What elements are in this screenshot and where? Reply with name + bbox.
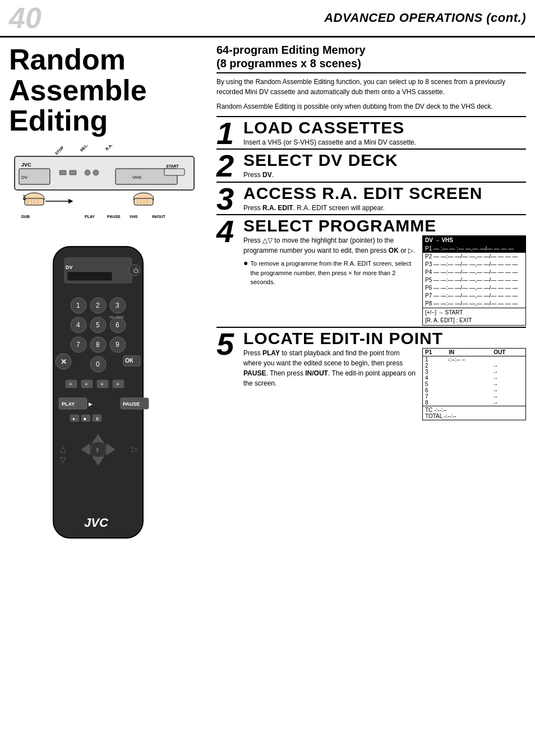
prog-row-p8: P8 — —:— —/— —,— —/— — — — — [423, 300, 525, 308]
bullet-icon: ● — [243, 259, 248, 267]
inout-table: P1 IN OUT 1 -:--:--→ 2 — [422, 348, 526, 420]
inout-col-out: OUT — [491, 349, 525, 356]
svg-rect-11 — [25, 198, 44, 205]
prog-row-p3: P3 — —:— —/— —,— —/— — — — — [423, 261, 525, 268]
inout-row-7: 7 → — [423, 393, 525, 400]
svg-rect-7 — [70, 170, 76, 175]
step-4-bullet-text: To remove a programme from the R.A. EDIT… — [250, 259, 417, 287]
svg-text:6: 6 — [116, 321, 119, 329]
svg-rect-34 — [53, 247, 143, 538]
step-2-content: SELECT DV DECK Press DV. — [243, 152, 526, 180]
step-4-title: SELECT PROGRAMME — [243, 217, 526, 234]
inout-row-3: 3 → — [423, 369, 525, 375]
header-title: ADVANCED OPERATIONS (cont.) — [324, 11, 526, 25]
svg-text:OK: OK — [125, 358, 134, 364]
section-desc-2: Random Assemble Editing is possible only… — [216, 101, 526, 112]
step-1-number: 1 — [216, 119, 238, 147]
svg-text:PLAY: PLAY — [85, 215, 95, 219]
svg-text:1: 1 — [76, 302, 80, 309]
svg-text:IN/OUT: IN/OUT — [152, 215, 165, 219]
step-2-number: 2 — [216, 152, 238, 180]
svg-text:DV: DV — [22, 194, 26, 200]
prog-row-p2: P2 — —:— —/— —,— —/— — — — — [423, 253, 525, 261]
remote-illustration: ⏻ DV 1 2 3 4 5 6 — [25, 241, 182, 551]
svg-text:RECORD: RECORD — [80, 145, 94, 152]
prog-row-p1: P1 — :— — :— —,— —/— — — — — [423, 245, 525, 253]
step-1: 1 LOAD CASSETTES Insert a VHS (or S-VHS)… — [216, 116, 526, 147]
svg-text:+: + — [69, 381, 72, 387]
svg-text:✕: ✕ — [61, 358, 67, 366]
svg-text:△: △ — [60, 444, 66, 453]
step-4: 4 SELECT PROGRAMME Press △▽ to move the … — [216, 214, 526, 326]
prog-table-header: DV → VHS — [423, 236, 525, 245]
svg-text:▽: ▽ — [60, 455, 66, 464]
page-header: 40 ADVANCED OPERATIONS (cont.) — [0, 0, 535, 38]
step-2: 2 SELECT DV DECK Press DV. — [216, 149, 526, 180]
svg-point-8 — [85, 170, 90, 175]
svg-text:PLAY: PLAY — [62, 401, 75, 407]
svg-text:2: 2 — [96, 302, 100, 309]
step-3: 3 ACCESS R.A. EDIT SCREEN Press R.A. EDI… — [216, 182, 526, 213]
step-5-text: Press PLAY to start playback and find th… — [243, 348, 417, 420]
page-number: 40 — [9, 3, 41, 33]
step-4-number: 4 — [216, 217, 238, 245]
step-1-content: LOAD CASSETTES Insert a VHS (or S-VHS) c… — [243, 119, 526, 147]
step-2-title: SELECT DV DECK — [243, 152, 526, 169]
svg-text:+: + — [116, 381, 119, 387]
step-3-content: ACCESS R.A. EDIT SCREEN Press R.A. EDIT.… — [243, 185, 526, 213]
inout-footer: TC -:--:-- TOTAL -:--:-- — [423, 406, 525, 420]
inout-row-1: 1 -:--:--→ — [423, 356, 525, 363]
svg-text:+: + — [85, 381, 88, 387]
step-5-title: LOCATE EDIT-IN POINT — [243, 330, 526, 347]
step-2-desc: Press DV. — [243, 170, 526, 180]
svg-text:JVC: JVC — [21, 162, 31, 168]
svg-text:DV: DV — [66, 265, 73, 270]
svg-rect-6 — [59, 170, 66, 175]
svg-text:7: 7 — [76, 341, 80, 349]
svg-text:⏸: ⏸ — [95, 416, 99, 421]
left-column: RandomAssembleEditing JVC DV VHS — [0, 38, 207, 558]
svg-rect-39 — [67, 272, 112, 281]
inout-row-8: 8 → — [423, 400, 525, 406]
svg-text:JVC: JVC — [84, 516, 109, 530]
prog-table-wrap: DV → VHS P1 — :— — :— —,— —/— — — — P2 —… — [422, 235, 526, 326]
right-column: 64-program Editing Memory (8 programmes … — [207, 38, 535, 558]
prog-row-p4: P4 — —:— —/— —,— —/— — — — — [423, 268, 525, 276]
svg-text:5: 5 — [96, 321, 100, 329]
svg-text:STOP: STOP — [54, 145, 65, 156]
svg-rect-29 — [164, 169, 185, 175]
svg-text:▷: ▷ — [132, 444, 138, 453]
svg-text:■: ■ — [84, 416, 86, 421]
step-1-desc: Insert a VHS (or S-VHS) cassette and a M… — [243, 137, 526, 147]
inout-col-in: IN — [446, 349, 491, 356]
inout-tc: TC -:--:-- — [425, 407, 523, 413]
main-content: RandomAssembleEditing JVC DV VHS — [0, 38, 535, 558]
main-section-heading: 64-program Editing Memory (8 programmes … — [216, 43, 526, 73]
prog-row-p6: P6 — —:— —/— —,— —/— — — — — [423, 284, 525, 292]
inout-total: TOTAL -:--:-- — [425, 413, 523, 419]
svg-text:RE-VIEW: RE-VIEW — [109, 316, 124, 319]
svg-text:±: ± — [96, 447, 99, 453]
svg-text:3: 3 — [116, 302, 119, 309]
step-5-number: 5 — [216, 330, 238, 358]
prog-footer-1: [+/−] → START [R. A. EDIT] : EXIT — [423, 308, 525, 325]
prog-row-p7: P7 — —:— —/— —,— —/— — — — — [423, 292, 525, 300]
step-4-bullet: ● To remove a programme from the R.A. ED… — [243, 259, 417, 287]
inout-row-4: 4 → — [423, 375, 525, 381]
step-4-inner: Press △▽ to move the highlight bar (poin… — [243, 235, 526, 326]
svg-text:PAUSE: PAUSE — [107, 215, 121, 219]
svg-text:VHS: VHS — [132, 175, 141, 180]
inout-row-5: 5 → — [423, 381, 525, 387]
step-1-title: LOAD CASSETTES — [243, 119, 526, 136]
svg-point-9 — [93, 170, 99, 175]
svg-rect-20 — [134, 198, 153, 205]
step-4-content: SELECT PROGRAMME Press △▽ to move the hi… — [243, 217, 526, 326]
vcr-illustration: JVC DV VHS DUB — [9, 145, 200, 236]
inout-col-p: P1 — [423, 349, 446, 356]
step-4-text: Press △▽ to move the highlight bar (poin… — [243, 235, 417, 326]
section-desc-1: By using the Random Assemble Editing fun… — [216, 77, 526, 97]
prog-row-p5: P5 — —:— —/— —,— —/— — — — — [423, 276, 525, 284]
svg-text:4: 4 — [76, 321, 80, 329]
step-5: 5 LOCATE EDIT-IN POINT Press PLAY to sta… — [216, 327, 526, 420]
svg-text:9: 9 — [116, 341, 119, 349]
